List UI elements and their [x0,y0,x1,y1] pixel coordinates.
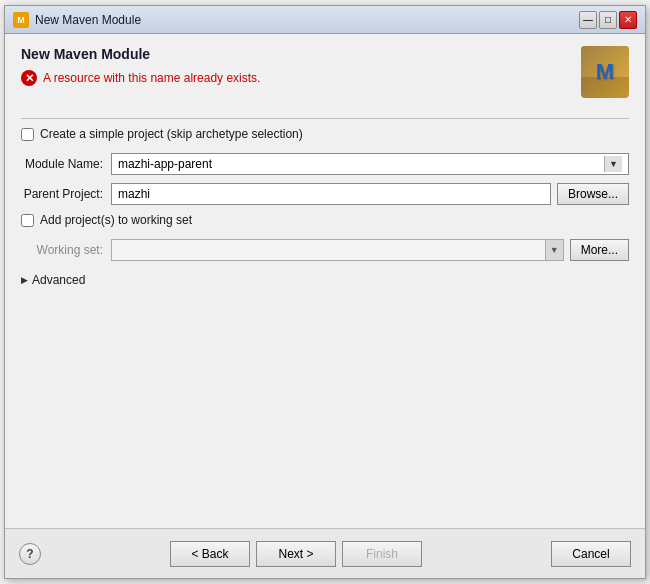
dialog-title: New Maven Module [21,46,571,62]
error-message: A resource with this name already exists… [43,71,260,85]
maven-m-letter: M [596,59,614,85]
help-button[interactable]: ? [19,543,41,565]
error-icon: ✕ [21,70,37,86]
working-set-row: Working set: ▼ More... [21,239,629,261]
working-set-label: Working set: [21,243,111,257]
title-bar: M New Maven Module — □ ✕ [5,6,645,34]
working-set-checkbox-row[interactable]: Add project(s) to working set [21,213,629,227]
next-button[interactable]: Next > [256,541,336,567]
title-bar-text: New Maven Module [35,13,579,27]
main-content: New Maven Module ✕ A resource with this … [5,34,645,528]
module-name-field-container: ▼ [111,153,629,175]
more-button[interactable]: More... [570,239,629,261]
working-set-dropdown-arrow: ▼ [545,240,563,260]
simple-project-checkbox[interactable] [21,128,34,141]
title-icon-letter: M [17,15,25,25]
bottom-buttons-group: < Back Next > Finish [41,541,551,567]
module-name-input[interactable] [118,157,604,171]
advanced-row[interactable]: ▶ Advanced [21,273,629,287]
browse-button[interactable]: Browse... [557,183,629,205]
content-spacer [21,287,629,516]
module-name-label: Module Name: [21,157,111,171]
header-left: New Maven Module ✕ A resource with this … [21,46,571,86]
maven-logo: M [581,46,629,98]
advanced-label[interactable]: Advanced [32,273,85,287]
minimize-button[interactable]: — [579,11,597,29]
dialog-window: M New Maven Module — □ ✕ New Maven Modul… [4,5,646,579]
cancel-button[interactable]: Cancel [551,541,631,567]
parent-project-input[interactable] [111,183,551,205]
module-name-dropdown-arrow[interactable]: ▼ [604,156,622,172]
parent-project-row: Parent Project: Browse... [21,183,629,205]
bottom-bar: ? < Back Next > Finish Cancel [5,528,645,578]
simple-project-label[interactable]: Create a simple project (skip archetype … [40,127,303,141]
maximize-button[interactable]: □ [599,11,617,29]
header-section: New Maven Module ✕ A resource with this … [21,46,629,98]
add-to-working-set-label[interactable]: Add project(s) to working set [40,213,192,227]
simple-project-row[interactable]: Create a simple project (skip archetype … [21,127,629,141]
advanced-expand-icon: ▶ [21,275,28,285]
header-divider [21,118,629,119]
title-bar-icon: M [13,12,29,28]
add-to-working-set-checkbox[interactable] [21,214,34,227]
parent-project-label: Parent Project: [21,187,111,201]
close-button[interactable]: ✕ [619,11,637,29]
working-set-combo-container: ▼ [111,239,564,261]
error-row: ✕ A resource with this name already exis… [21,70,571,86]
working-set-input [112,241,545,259]
back-button[interactable]: < Back [170,541,250,567]
title-bar-buttons: — □ ✕ [579,11,637,29]
module-name-row: Module Name: ▼ [21,153,629,175]
finish-button[interactable]: Finish [342,541,422,567]
